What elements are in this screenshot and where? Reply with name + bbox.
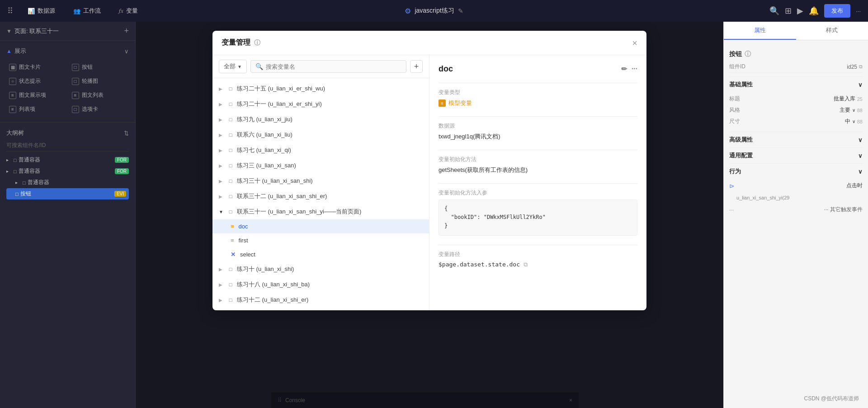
init-method-label: 变量初始化方法 — [439, 156, 637, 163]
arrow-icon: ▶ — [219, 117, 224, 122]
publish-button[interactable]: 发布 — [824, 4, 850, 18]
bell-icon[interactable]: 🔔 — [809, 6, 819, 16]
detail-more-icon[interactable]: ··· — [632, 65, 637, 73]
outline-item-label-1: 普通容器 — [19, 156, 40, 164]
outline-item-label-4: 按钮 — [20, 190, 31, 198]
page-icon: □ — [227, 177, 234, 185]
outline-item-container1[interactable]: ▸ □ 普通容器 FOR — [6, 154, 129, 166]
search-icon[interactable]: 🔍 — [769, 6, 779, 16]
list-item-lianxi10[interactable]: ▶ □ 练习十 (u_lian_xi_shi) — [212, 261, 429, 277]
tab-properties[interactable]: 属性 — [724, 22, 796, 40]
basic-props-section[interactable]: 基础属性 ∨ — [729, 76, 863, 92]
var-type-icon: ≡ — [439, 100, 446, 107]
tab-styles-label: 样式 — [826, 27, 838, 33]
outline-type-icon-2: □ — [14, 169, 17, 174]
comp-tab[interactable]: □ 选项卡 — [69, 104, 129, 115]
modal-title-text: 变量管理 — [222, 38, 250, 47]
modal-body: 全部 ▼ 🔍 + ▶ — [212, 55, 646, 310]
component-id-label: 组件ID — [729, 63, 745, 71]
var-type-text: 模型变量 — [448, 99, 472, 107]
arrow-icon: ▶ — [219, 133, 224, 138]
modal-close-button[interactable]: × — [632, 38, 637, 47]
tab-styles[interactable]: 样式 — [796, 22, 868, 40]
list-item-lianxi30[interactable]: ▶ □ 练习三十 (u_lian_xi_san_shi) — [212, 173, 429, 189]
list-item-doc[interactable]: ≡ doc — [212, 219, 429, 233]
show-collapse-icon[interactable]: ∨ — [124, 48, 129, 55]
field-title-value: 批量入库 25 — [834, 95, 863, 103]
list-item-lianxi31[interactable]: ▼ □ 联系三十一 (u_lian_xi_san_shi_yi——当前页面) — [212, 204, 429, 219]
outline-filter-text: 可搜索组件名/ID — [6, 142, 46, 148]
id-copy-icon[interactable]: ⧉ — [859, 64, 863, 70]
nav-datasource[interactable]: 📊 数据源 — [24, 5, 59, 17]
show-section-header[interactable]: ▲ 展示 ∨ — [6, 44, 129, 58]
list-item-lianxi25[interactable]: ▶ □ 练习二十五 (u_lian_xi_er_shi_wu) — [212, 81, 429, 96]
item-label: select — [240, 251, 255, 258]
field-size: 尺寸 中 ∨ 88 — [729, 118, 863, 125]
outline-expand-3: ▸ — [15, 180, 21, 185]
comp-list-item[interactable]: ≡ 列表项 — [6, 104, 66, 115]
outline-filter: 可搜索组件名/ID — [6, 140, 129, 152]
field-style-text: 主要 — [840, 106, 850, 114]
nav-variables[interactable]: 𝑓𝑥 变量 — [115, 5, 142, 17]
divider-5 — [439, 245, 637, 245]
outline-item-container2[interactable]: ▸ □ 普通容器 FOR — [6, 166, 129, 177]
page-header: ▼ 页面: 联系三十一 + 面板 — [0, 22, 135, 41]
list-item-lianxi7[interactable]: ▶ □ 练习七 (u_lian_xi_qi) — [212, 142, 429, 158]
list-item-lianxi21[interactable]: ▶ □ 练习二十一 (u_lian_xi_er_shi_yi) — [212, 96, 429, 112]
comp-image-list[interactable]: ≡ 图文列表 — [69, 90, 129, 101]
comp-image-card[interactable]: ▦ 图文卡片 — [6, 62, 66, 73]
add-page-button[interactable]: + — [124, 26, 129, 36]
list-item-lianxi12[interactable]: ▶ □ 练习十二 (u_lian_xi_shi_er) — [212, 292, 429, 308]
click-event-value: u_lian_xi_san_shi_yi(29 — [729, 193, 863, 202]
list-item-lianxi32[interactable]: ▶ □ 联系三十二 (u_lian_xi_san_shi_er) — [212, 189, 429, 204]
layout-icon[interactable]: ⊞ — [785, 6, 792, 16]
more-icon[interactable]: ··· — [856, 8, 861, 14]
behavior-chevron: ∨ — [858, 168, 863, 175]
components-grid: ▦ 图文卡片 □ 按钮 ○ 状态提示 □ 轮播图 ≡ 图文展示项 — [6, 58, 129, 119]
comp-status-icon: ○ — [9, 78, 16, 85]
modal-title-area: 变量管理 ⓘ — [222, 38, 260, 47]
tab-properties-label: 属性 — [754, 27, 766, 33]
field-title-label: 标题 — [729, 95, 740, 103]
variables-label: 变量 — [126, 7, 138, 15]
datasource-label: 数据源 — [439, 122, 637, 130]
outline-item-button[interactable]: □ 按钮 EVI — [6, 188, 129, 199]
title-edit-icon[interactable]: ✎ — [458, 7, 463, 14]
advanced-section[interactable]: 高级属性 ∨ — [729, 132, 863, 147]
play-icon[interactable]: ▶ — [797, 6, 803, 16]
more-events-row[interactable]: ··· ··· 其它触发事件 — [729, 206, 863, 213]
outline-item-container3[interactable]: ▸ □ 普通容器 — [6, 177, 129, 188]
detail-edit-icon[interactable]: ✏ — [621, 65, 627, 73]
right-panel-tabs: 属性 样式 — [724, 22, 868, 40]
path-copy-button[interactable]: ⧉ — [524, 261, 528, 268]
page-icon: □ — [227, 193, 234, 200]
detail-init-method: 变量初始化方法 getSheets(获取所有工作表的信息) — [439, 156, 637, 174]
field-size-dropdown[interactable]: ∨ — [852, 119, 855, 124]
modal-add-button[interactable]: + — [410, 60, 423, 73]
modal-list: 全部 ▼ 🔍 + ▶ — [212, 55, 429, 310]
comp-image-display-icon: ≡ — [9, 92, 16, 99]
list-item-lianxi18[interactable]: ▶ □ 练习十八 (u_lian_xi_shi_ba) — [212, 277, 429, 292]
comp-status-label: 状态提示 — [19, 77, 41, 85]
list-item-first[interactable]: ≡ first — [212, 233, 429, 247]
page-dropdown[interactable]: ▼ — [6, 28, 12, 34]
list-item-select[interactable]: ✕ select — [212, 247, 429, 261]
outline-type-icon-3: □ — [23, 180, 26, 185]
modal-filter-button[interactable]: 全部 ▼ — [219, 60, 247, 73]
search-input[interactable] — [266, 63, 401, 70]
general-config-section[interactable]: 通用配置 ∨ — [729, 147, 863, 163]
outline-sort-icon[interactable]: ⇅ — [124, 130, 129, 137]
behavior-section[interactable]: 行为 ∨ — [729, 163, 863, 179]
field-style-dropdown[interactable]: ∨ — [852, 108, 855, 113]
click-event-arrow-icon: ⊳ — [729, 182, 735, 190]
comp-status[interactable]: ○ 状态提示 — [6, 76, 66, 87]
outline-section: 大纲树 ⇅ 可搜索组件名/ID ▸ □ 普通容器 FOR ▸ □ 普通容器 FO… — [0, 123, 135, 408]
list-item-lianxi9[interactable]: ▶ □ 练习九 (u_lian_xi_jiu) — [212, 112, 429, 127]
list-item-lianxi3[interactable]: ▶ □ 练习三 (u_lian_xi_san) — [212, 158, 429, 173]
detail-title-row: doc ✏ ··· — [439, 64, 637, 74]
comp-carousel[interactable]: □ 轮播图 — [69, 76, 129, 87]
comp-image-display[interactable]: ≡ 图文展示项 — [6, 90, 66, 101]
list-item-lianxi6[interactable]: ▶ □ 联系六 (u_lian_xi_liu) — [212, 127, 429, 142]
comp-button[interactable]: □ 按钮 — [69, 62, 129, 73]
nav-workflow[interactable]: 👥 工作流 — [70, 5, 104, 17]
